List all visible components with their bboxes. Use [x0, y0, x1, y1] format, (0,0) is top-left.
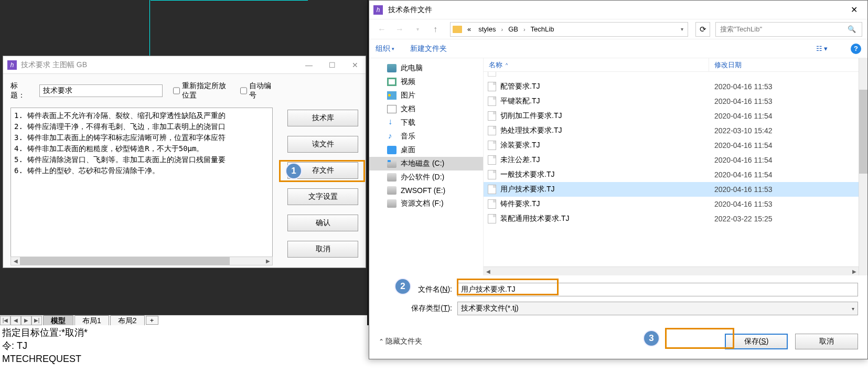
- refresh-button[interactable]: ⟳: [695, 22, 710, 37]
- file-row[interactable]: 铸件要求.TJ2020-04-16 11:53: [484, 197, 867, 211]
- search-icon[interactable]: 🔍: [846, 25, 857, 33]
- search-input[interactable]: [715, 22, 862, 37]
- file-row[interactable]: 一般技术要求.TJ2020-04-16 11:54: [484, 167, 867, 182]
- file-vscrollbar[interactable]: [859, 58, 867, 275]
- organize-button[interactable]: 组织▾: [376, 44, 394, 54]
- tree-drive-d[interactable]: 办公软件 (D:): [369, 170, 483, 184]
- cancel-button[interactable]: 取消: [287, 241, 358, 258]
- dialog-titlebar: h 技术要求 主图幅 GB — ☐ ✕: [3, 56, 366, 74]
- file-list: 配管要求.TJ2020-04-16 11:53平键装配.TJ2020-04-16…: [484, 72, 867, 268]
- file-list-header: 名称^ 修改日期: [484, 58, 867, 72]
- file-date: 2020-04-16 11:54: [714, 112, 773, 120]
- tab-layout1[interactable]: 布局1: [74, 315, 109, 325]
- close-button[interactable]: ✕: [349, 59, 361, 71]
- file-icon: [488, 155, 496, 165]
- tree-drive-f[interactable]: 资源文档 (F:): [369, 197, 483, 210]
- file-row[interactable]: 用户技术要求.TJ2020-04-16 11:53: [484, 182, 867, 197]
- file-name: 装配通用技术要求.TJ: [500, 214, 710, 223]
- autonumber-label: 自动编号: [249, 81, 273, 100]
- filetype-select[interactable]: 技术要求文件(*.tj)▾: [457, 302, 858, 315]
- textarea-hscrollbar[interactable]: ◀ ▶: [10, 257, 273, 265]
- file-row[interactable]: 平键装配.TJ2020-04-16 11:53: [484, 94, 867, 109]
- nav-back[interactable]: ←: [374, 22, 389, 37]
- file-hscrollbar[interactable]: ◀ ▶: [484, 266, 859, 275]
- tab-model[interactable]: 模型: [43, 315, 73, 325]
- tab-nav-next[interactable]: ▶: [21, 316, 31, 325]
- tree-video[interactable]: 视频: [369, 75, 483, 89]
- tab-layout2[interactable]: 布局2: [110, 315, 145, 325]
- file-icon: [488, 126, 496, 135]
- text-settings-button[interactable]: 文字设置: [287, 188, 358, 205]
- tree-desktop[interactable]: 桌面: [369, 143, 483, 157]
- file-date: 2022-03-22 15:25: [714, 215, 773, 223]
- autonumber-checkbox[interactable]: [240, 87, 247, 94]
- col-name[interactable]: 名称^: [484, 58, 709, 71]
- nav-recent-dd[interactable]: ▾: [410, 22, 425, 37]
- address-bar[interactable]: « styles › GB › TechLib ▾: [450, 22, 688, 37]
- hscroll-left[interactable]: ◀: [11, 257, 20, 265]
- file-row[interactable]: 涂装要求.TJ2020-04-16 11:54: [484, 138, 867, 153]
- help-button[interactable]: ?: [851, 44, 861, 54]
- minimize-button[interactable]: —: [303, 59, 315, 71]
- file-row-cut[interactable]: [484, 72, 867, 79]
- callout-1: 1: [285, 163, 302, 179]
- crumb-techlib[interactable]: TechLib: [529, 25, 556, 33]
- tree-pictures[interactable]: 图片: [369, 89, 483, 102]
- vscroll-thumb[interactable]: [859, 90, 867, 174]
- file-row[interactable]: 装配通用技术要求.TJ2022-03-22 15:25: [484, 211, 867, 226]
- col-date[interactable]: 修改日期: [709, 58, 867, 71]
- file-name: 用户技术要求.TJ: [500, 185, 710, 194]
- hscroll-thumb[interactable]: [20, 257, 230, 265]
- new-folder-button[interactable]: 新建文件夹: [410, 44, 447, 54]
- hscroll-right[interactable]: ▶: [850, 267, 859, 275]
- file-date: 2020-04-16 11:54: [714, 141, 773, 150]
- tree-downloads[interactable]: 下载: [369, 116, 483, 130]
- tree-music[interactable]: 音乐: [369, 130, 483, 143]
- tree-documents[interactable]: 文档: [369, 102, 483, 116]
- file-name: 热处理技术要求.TJ: [500, 126, 710, 135]
- file-row[interactable]: 热处理技术要求.TJ2022-03-10 15:42: [484, 123, 867, 138]
- view-mode-button[interactable]: ☷ ▾: [816, 45, 828, 52]
- tree-drive-e[interactable]: ZWSOFT (E:): [369, 184, 483, 197]
- save-dialog-toolbar: 组织▾ 新建文件夹 ☷ ▾ ?: [369, 39, 867, 58]
- reposition-checkbox[interactable]: [173, 87, 180, 94]
- save-dialog-close[interactable]: ✕: [844, 2, 863, 18]
- filetype-label: 保存类型(T):: [379, 304, 457, 313]
- requirements-textarea[interactable]: 1. 铸件表面上不允许有冷隔、裂纹、缩孔和穿透性缺陷及严重的 2. 铸件应清理干…: [10, 108, 273, 265]
- file-date: 2020-04-16 11:54: [714, 156, 773, 164]
- ok-button[interactable]: 确认: [287, 215, 358, 231]
- file-row[interactable]: 未注公差.TJ2020-04-16 11:54: [484, 153, 867, 167]
- file-icon: [488, 72, 496, 77]
- tab-nav-prev[interactable]: ◀: [10, 316, 21, 325]
- filename-label: 文件名(N):: [379, 285, 457, 294]
- tree-drive-c[interactable]: 本地磁盘 (C:): [369, 157, 483, 170]
- hscroll-left[interactable]: ◀: [484, 267, 492, 275]
- maximize-button[interactable]: ☐: [326, 59, 338, 71]
- save-button[interactable]: 保存(S): [725, 334, 788, 349]
- file-name: 一般技术要求.TJ: [500, 170, 710, 179]
- folder-icon: [453, 26, 462, 33]
- hscroll-right[interactable]: ▶: [263, 257, 272, 265]
- file-date: 2020-04-16 11:53: [714, 200, 773, 208]
- tab-add[interactable]: +: [146, 316, 158, 325]
- title-label: 标题：: [10, 81, 29, 100]
- cancel-save-button[interactable]: 取消: [795, 334, 858, 349]
- nav-up[interactable]: ↑: [428, 22, 443, 37]
- file-icon: [488, 111, 496, 121]
- crumb-gb[interactable]: GB: [506, 25, 520, 33]
- hide-folders-toggle[interactable]: 隐藏文件夹: [379, 337, 422, 346]
- addr-dropdown[interactable]: ▾: [679, 26, 685, 32]
- tab-nav-first[interactable]: |◀: [0, 316, 10, 325]
- tech-library-button[interactable]: 技术库: [287, 110, 358, 126]
- title-input[interactable]: [39, 84, 163, 97]
- tab-nav-last[interactable]: ▶|: [31, 316, 42, 325]
- file-row[interactable]: 切削加工件要求.TJ2020-04-16 11:54: [484, 109, 867, 123]
- read-file-button[interactable]: 读文件: [287, 136, 358, 153]
- crumb-styles[interactable]: styles: [476, 25, 498, 33]
- file-row[interactable]: 配管要求.TJ2020-04-16 11:53: [484, 79, 867, 94]
- callout-2: 2: [394, 278, 411, 295]
- nav-forward[interactable]: →: [392, 22, 407, 37]
- app-icon: h: [7, 60, 17, 70]
- filename-input[interactable]: [457, 283, 858, 296]
- tree-this-pc[interactable]: 此电脑: [369, 61, 483, 75]
